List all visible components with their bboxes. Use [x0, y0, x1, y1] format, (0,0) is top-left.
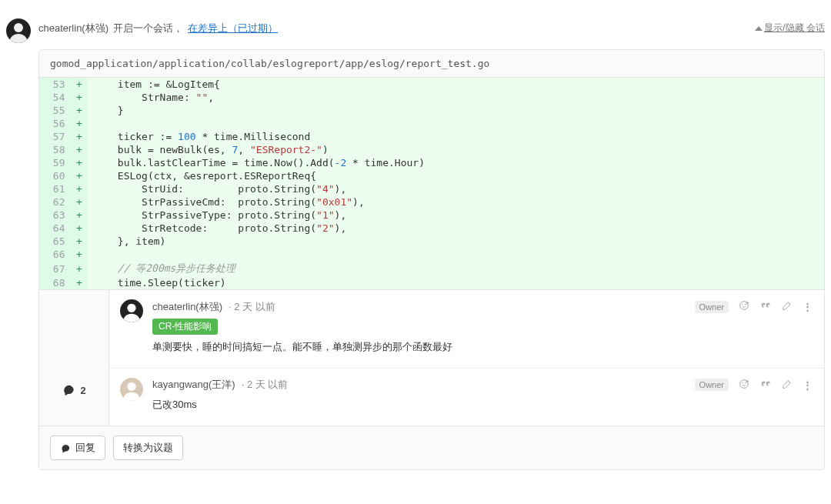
- diff-sign: +: [72, 195, 87, 209]
- code-content: [87, 248, 824, 261]
- line-number[interactable]: 56: [39, 117, 72, 130]
- line-number[interactable]: 59: [39, 156, 72, 169]
- code-content: ticker := 100 * time.Millisecond: [87, 130, 824, 143]
- add-reaction-icon[interactable]: [738, 378, 750, 392]
- diff-sign: +: [72, 143, 87, 156]
- code-content: // 等200ms异步任务处理: [87, 261, 824, 276]
- quote-icon[interactable]: [759, 299, 772, 314]
- quote-icon[interactable]: [759, 378, 772, 392]
- code-content: ESLog(ctx, &esreport.ESReportReq{: [87, 169, 824, 182]
- comments-count: 2: [39, 290, 108, 426]
- chevron-up-icon: [755, 26, 763, 31]
- diff-sign: +: [72, 222, 87, 235]
- comment-time: · 2 天 以前: [242, 378, 289, 392]
- code-line: 53+ item := &LogItem{: [39, 78, 824, 91]
- code-line: 57+ ticker := 100 * time.Millisecond: [39, 130, 824, 143]
- code-line: 63+ StrPassiveType: proto.String("1"),: [39, 209, 824, 222]
- diff-sign: +: [72, 78, 87, 91]
- avatar: [120, 299, 143, 322]
- code-content: }: [87, 104, 824, 117]
- diff-sign: +: [72, 104, 87, 117]
- svg-point-7: [743, 382, 743, 383]
- code-content: bulk = newBulk(es, 7, "ESReport2-"): [87, 143, 824, 156]
- code-content: time.Sleep(ticker): [87, 276, 824, 289]
- add-reaction-icon[interactable]: [738, 299, 750, 314]
- diff-sign: +: [72, 248, 87, 261]
- code-line: 58+ bulk = newBulk(es, 7, "ESReport2-"): [39, 143, 824, 156]
- diff-sign: +: [72, 117, 87, 130]
- code-content: bulk.lastClearTime = time.Now().Add(-2 *…: [87, 156, 824, 169]
- diff-sign: +: [72, 182, 87, 195]
- diff-sign: +: [72, 91, 87, 104]
- diff-sign: +: [72, 209, 87, 222]
- line-number[interactable]: 66: [39, 248, 72, 261]
- code-line: 59+ bulk.lastClearTime = time.Now().Add(…: [39, 156, 824, 169]
- edit-icon[interactable]: [781, 378, 793, 392]
- thread-started-text: 开启一个会话，: [113, 22, 183, 35]
- comment-author[interactable]: kayangwang(王洋): [152, 378, 235, 392]
- comment-tag[interactable]: CR-性能影响: [152, 319, 218, 335]
- line-number[interactable]: 64: [39, 222, 72, 235]
- code-line: 66+: [39, 248, 824, 261]
- file-path[interactable]: gomod_application/application/collab/esl…: [39, 50, 824, 78]
- line-number[interactable]: 53: [39, 78, 72, 91]
- code-content: [87, 117, 824, 130]
- comment-text: 已改30ms: [152, 397, 813, 413]
- owner-badge: Owner: [695, 379, 729, 391]
- comment: kayangwang(王洋) · 2 天 以前 Owner ⋮ 已改30ms: [109, 368, 824, 426]
- code-content: StrRetcode: proto.String("2"),: [87, 222, 824, 235]
- avatar: [6, 18, 31, 43]
- code-line: 56+: [39, 117, 824, 130]
- reply-button[interactable]: 回复: [50, 436, 105, 460]
- code-line: 64+ StrRetcode: proto.String("2"),: [39, 222, 824, 235]
- line-number[interactable]: 60: [39, 169, 72, 182]
- line-number[interactable]: 58: [39, 143, 72, 156]
- comment-icon: [60, 442, 71, 453]
- line-number[interactable]: 57: [39, 130, 72, 143]
- code-content: StrPassiveCmd: proto.String("0x01"),: [87, 195, 824, 209]
- code-line: 67+ // 等200ms异步任务处理: [39, 261, 824, 276]
- diff-sign: +: [72, 169, 87, 182]
- more-icon[interactable]: ⋮: [803, 379, 813, 391]
- diff-sign: +: [72, 156, 87, 169]
- line-number[interactable]: 63: [39, 209, 72, 222]
- code-line: 68+ time.Sleep(ticker): [39, 276, 824, 289]
- line-number[interactable]: 62: [39, 195, 72, 209]
- edit-icon[interactable]: [781, 299, 793, 314]
- svg-point-3: [743, 304, 743, 305]
- toggle-thread-link[interactable]: 显示/隐藏 会话: [755, 18, 825, 35]
- code-line: 55+ }: [39, 104, 824, 117]
- code-line: 61+ StrUid: proto.String("4"),: [39, 182, 824, 195]
- more-icon[interactable]: ⋮: [803, 301, 813, 312]
- code-line: 54+ StrName: "",: [39, 91, 824, 104]
- comment-text: 单测要快，睡的时间搞短一点。能不睡，单独测异步的那个函数最好: [152, 339, 813, 355]
- code-content: item := &LogItem{: [87, 78, 824, 91]
- diff-sign: +: [72, 261, 87, 276]
- code-content: }, item): [87, 235, 824, 248]
- code-content: StrName: "",: [87, 91, 824, 104]
- comment-author[interactable]: cheaterlin(林强): [152, 300, 222, 314]
- diff-link[interactable]: 在差异上（已过期）: [188, 22, 278, 35]
- convert-to-issue-button[interactable]: 转换为议题: [113, 436, 183, 460]
- comments-area: 2 cheaterlin(林强) · 2 天 以前 Owner ⋮ CR-性能影…: [39, 289, 824, 426]
- owner-badge: Owner: [695, 301, 729, 313]
- line-number[interactable]: 65: [39, 235, 72, 248]
- toggle-thread-label: 显示/隐藏 会话: [764, 22, 825, 35]
- code-line: 60+ ESLog(ctx, &esreport.ESReportReq{: [39, 169, 824, 182]
- svg-point-8: [746, 382, 746, 383]
- thread-author[interactable]: cheaterlin(林强): [38, 22, 108, 35]
- code-diff: 53+ item := &LogItem{54+ StrName: "",55+…: [39, 78, 824, 289]
- svg-point-1: [127, 304, 135, 312]
- line-number[interactable]: 54: [39, 91, 72, 104]
- line-number[interactable]: 67: [39, 261, 72, 276]
- line-number[interactable]: 61: [39, 182, 72, 195]
- svg-point-5: [127, 382, 135, 390]
- comment-icon: [62, 382, 75, 396]
- line-number[interactable]: 68: [39, 276, 72, 289]
- discussion-frame: gomod_application/application/collab/esl…: [38, 49, 825, 470]
- svg-point-4: [746, 304, 746, 305]
- code-content: StrUid: proto.String("4"),: [87, 182, 824, 195]
- code-line: 62+ StrPassiveCmd: proto.String("0x01"),: [39, 195, 824, 209]
- comment-time: · 2 天 以前: [229, 300, 275, 314]
- line-number[interactable]: 55: [39, 104, 72, 117]
